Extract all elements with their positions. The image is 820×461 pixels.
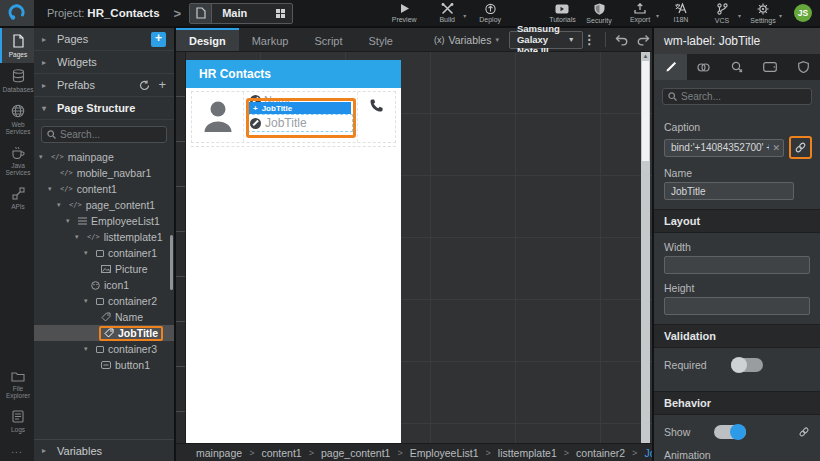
security-button[interactable]: Security	[586, 3, 612, 24]
caret-down-icon[interactable]: ▾	[463, 12, 466, 19]
width-input[interactable]	[664, 256, 810, 274]
picture-widget[interactable]	[192, 92, 244, 142]
caret-down-icon[interactable]: ▾	[39, 153, 47, 161]
rail-item-web-services[interactable]: Web Services	[0, 98, 34, 140]
user-avatar[interactable]: JS	[794, 4, 812, 22]
rail-item-pages[interactable]: Pages	[0, 28, 34, 63]
tab-styles[interactable]	[687, 54, 720, 80]
section-prefabs[interactable]: ▸ Prefabs +	[34, 74, 174, 97]
vcs-button[interactable]: VCS ▾	[709, 3, 735, 24]
import-prefab-button[interactable]: +	[158, 80, 166, 90]
tree-item-name[interactable]: Name	[34, 309, 174, 325]
section-widgets[interactable]: ▸ Widgets	[34, 51, 174, 74]
show-toggle[interactable]	[714, 425, 746, 439]
properties-search-input[interactable]	[681, 91, 806, 102]
rail-item-java-services[interactable]: Java Services	[0, 140, 34, 181]
rail-item-file-explorer[interactable]: File Explorer	[0, 365, 34, 404]
tab-events[interactable]	[720, 54, 753, 80]
add-page-button[interactable]: +	[151, 32, 166, 47]
section-variables[interactable]: ▸ Variables	[34, 439, 174, 461]
breadcrumb-item[interactable]: content1	[261, 447, 301, 459]
variables-button[interactable]: (x) Variables ▾	[434, 28, 499, 51]
tree-item-page-content1[interactable]: ▾ </> page_content1	[34, 197, 174, 213]
properties-search[interactable]	[662, 88, 812, 105]
more-options-button[interactable]: ⋮	[583, 32, 596, 47]
left-panel-scrollbar[interactable]	[170, 235, 173, 290]
caret-right-icon[interactable]: ▸	[42, 35, 51, 44]
wavemaker-logo[interactable]	[0, 0, 34, 26]
caret-down-icon[interactable]: ▾	[84, 249, 92, 257]
tree-item-picture[interactable]: Picture	[34, 261, 174, 277]
scroll-up-icon[interactable]: ▲	[641, 53, 650, 59]
breadcrumb-item[interactable]: EmployeeList1	[410, 447, 479, 459]
tree-item-icon1[interactable]: icon1	[34, 277, 174, 293]
tab-style[interactable]: Style	[356, 28, 406, 51]
breadcrumb-item[interactable]: mainpage	[196, 447, 242, 459]
rail-more-button[interactable]: ...	[0, 438, 34, 461]
canvas-scrollbar-thumb[interactable]	[642, 61, 649, 161]
tree-item-container1[interactable]: ▾ container1	[34, 245, 174, 261]
settings-button[interactable]: Settings ▾	[750, 3, 776, 24]
breadcrumb-item[interactable]: listtemplate1	[498, 447, 557, 459]
caret-down-icon[interactable]: ▾	[656, 12, 659, 19]
tree-item-jobtitle[interactable]: JobTitle	[34, 325, 174, 341]
list-item-template[interactable]: Name + JobTitle JobTitle	[191, 91, 396, 143]
tree-item-container2[interactable]: ▾ container2	[34, 293, 174, 309]
caret-down-icon[interactable]: ▾	[75, 233, 83, 241]
deploy-button[interactable]: Deploy	[477, 3, 503, 23]
chevron-right-icon[interactable]: >	[174, 6, 182, 21]
caret-down-icon[interactable]: ▾	[738, 12, 741, 19]
tab-design[interactable]: Design	[176, 28, 239, 51]
pages-grid-icon[interactable]	[276, 9, 285, 18]
rail-item-apis[interactable]: APIs	[0, 181, 34, 215]
section-page-structure[interactable]: ▾ Page Structure	[34, 97, 174, 120]
preview-button[interactable]: Preview	[391, 3, 417, 23]
validation-section-header[interactable]: Validation	[654, 324, 820, 348]
required-toggle[interactable]	[731, 358, 763, 372]
caret-down-icon[interactable]: ▾	[48, 185, 56, 193]
caret-right-icon[interactable]: ▸	[42, 58, 51, 67]
build-button[interactable]: Build ▾	[434, 3, 460, 23]
tree-item-listtemplate1[interactable]: ▾ </> listtemplate1	[34, 229, 174, 245]
redo-button[interactable]	[637, 34, 650, 46]
tab-markup[interactable]: Markup	[239, 28, 302, 51]
breadcrumb-item[interactable]: page_content1	[321, 447, 390, 459]
height-input[interactable]	[664, 297, 810, 315]
caret-right-icon[interactable]: ▸	[42, 81, 51, 90]
caret-down-icon[interactable]: ▾	[57, 201, 65, 209]
clear-icon[interactable]: ✕	[772, 143, 780, 153]
rail-item-databases[interactable]: Databases	[0, 63, 34, 98]
name-input[interactable]	[664, 182, 794, 200]
tab-device[interactable]	[754, 54, 787, 80]
layout-section-header[interactable]: Layout	[654, 209, 820, 233]
caret-down-icon[interactable]: ▾	[42, 104, 51, 113]
page-selector[interactable]: Main	[189, 3, 293, 24]
section-pages[interactable]: ▸ Pages +	[34, 28, 174, 51]
tab-security[interactable]	[787, 54, 820, 80]
bind-show-link-icon[interactable]	[798, 426, 810, 438]
caret-right-icon[interactable]: ▸	[42, 446, 51, 455]
caret-down-icon[interactable]: ▾	[66, 217, 74, 225]
tree-item-content1[interactable]: ▾ </> content1	[34, 181, 174, 197]
caret-down-icon[interactable]: ▾	[84, 297, 92, 305]
breadcrumb-item[interactable]: container2	[576, 447, 625, 459]
canvas-scrollbar[interactable]: ▲	[641, 52, 650, 443]
device-selector[interactable]: Samsung Galaxy Note III ▼	[509, 31, 583, 49]
bind-link-highlight[interactable]	[789, 136, 812, 159]
caret-down-icon[interactable]: ▾	[84, 345, 92, 353]
refresh-icon[interactable]	[139, 80, 150, 91]
tab-properties[interactable]	[654, 54, 687, 80]
tree-item-employeelist1[interactable]: ▾ EmployeeList1	[34, 213, 174, 229]
structure-search-input[interactable]	[60, 129, 161, 140]
phone-preview[interactable]: HR Contacts Name + JobTitle	[186, 60, 401, 443]
i18n-button[interactable]: I18N	[668, 3, 694, 23]
design-canvas[interactable]: HR Contacts Name + JobTitle	[176, 52, 652, 443]
caption-input[interactable]	[664, 139, 784, 157]
behavior-section-header[interactable]: Behavior	[654, 391, 820, 415]
rail-item-logs[interactable]: Logs	[0, 404, 34, 438]
tutorials-button[interactable]: Tutorials	[549, 4, 576, 23]
undo-button[interactable]	[615, 34, 628, 46]
mobile-navbar[interactable]: HR Contacts	[186, 60, 401, 88]
export-button[interactable]: Export ▾	[627, 3, 653, 23]
structure-search[interactable]	[41, 126, 167, 143]
